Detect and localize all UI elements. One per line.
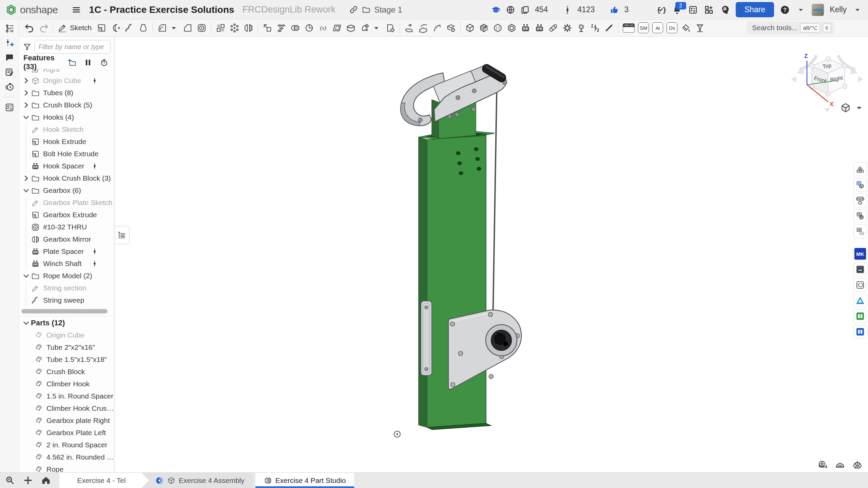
redo-button[interactable]: [37, 21, 51, 35]
search-tools[interactable]: Search tools... alt/⌥ c: [747, 21, 834, 34]
feature-row[interactable]: Gearbox Mirror: [19, 233, 114, 245]
suppress-pause-icon[interactable]: [83, 58, 93, 67]
paint-bucket-button[interactable]: [679, 21, 693, 35]
feature-row[interactable]: Hook Crush Block (3): [19, 172, 114, 184]
user-avatar[interactable]: [812, 4, 824, 16]
copies-icon[interactable]: [520, 5, 530, 15]
hole-table-button[interactable]: [853, 209, 867, 223]
chamfer-button[interactable]: [181, 21, 195, 35]
measure-tape-icon[interactable]: [817, 460, 828, 470]
drag-handle-icon[interactable]: [91, 161, 98, 171]
robot-part-button[interactable]: [519, 21, 533, 35]
mkcad-library-button[interactable]: MK: [853, 247, 867, 261]
variable-button[interactable]: (x): [316, 21, 330, 35]
part-row[interactable]: Origin Cube: [19, 329, 114, 341]
feature-row[interactable]: Plate Spacer: [19, 245, 114, 258]
protractor-icon[interactable]: [835, 460, 845, 470]
add-folder-icon[interactable]: [67, 58, 77, 67]
configurations-button[interactable]: [853, 194, 867, 207]
feature-row[interactable]: Hook Extrude: [19, 136, 114, 148]
3d-viewport[interactable]: Z X Top Front Right (x)MK: [114, 36, 868, 473]
feature-row[interactable]: Bolt Hole Extrude: [19, 148, 114, 160]
chevron-down-icon[interactable]: [22, 319, 30, 327]
bom-table-button[interactable]: [853, 178, 867, 191]
chevron-right-icon[interactable]: [22, 174, 30, 182]
sprocket-generator-button[interactable]: [574, 21, 588, 35]
feature-row[interactable]: Rope Model (2): [19, 270, 114, 282]
variables-table-button[interactable]: (x): [853, 225, 867, 238]
name-tag-button[interactable]: HELLO: [621, 21, 636, 35]
loft-button[interactable]: [136, 21, 150, 35]
design-badge-button[interactable]: Ds: [665, 21, 679, 35]
extrude-button[interactable]: [95, 21, 109, 35]
hollow-profile-button[interactable]: [505, 21, 519, 35]
insert-history-icon[interactable]: [4, 38, 15, 48]
appearance-panel-button[interactable]: [853, 162, 867, 176]
rotate-left-arrow[interactable]: [791, 76, 796, 82]
feature-script-icon[interactable]: {}: [656, 5, 666, 15]
horizontal-scrollbar[interactable]: [21, 309, 111, 313]
feature-row[interactable]: String sweep: [19, 294, 114, 306]
frame-button[interactable]: [463, 21, 477, 35]
comments-icon[interactable]: [4, 53, 15, 63]
chevron-down-icon[interactable]: [22, 272, 30, 280]
view-mode-selector[interactable]: [840, 102, 865, 114]
part-row[interactable]: Tube 2"x2"x16": [19, 341, 114, 353]
tab-exercise-4-part-studio[interactable]: Exercise 4 Part Studio: [255, 473, 354, 488]
notes-icon[interactable]: [4, 67, 15, 77]
face-blend-button[interactable]: [430, 21, 444, 35]
part-row[interactable]: Gearbox Plate Left: [19, 427, 114, 439]
help-caret-icon[interactable]: [796, 5, 806, 15]
triangle-app-button[interactable]: [853, 294, 867, 307]
like-icon[interactable]: [610, 5, 619, 15]
add-tab-icon[interactable]: [23, 475, 33, 486]
education-icon[interactable]: [491, 5, 501, 15]
linear-pattern-button[interactable]: [214, 21, 228, 35]
docs-green-button[interactable]: [853, 309, 867, 323]
sweep-button[interactable]: [122, 21, 136, 35]
belt-calculator-button[interactable]: [546, 21, 560, 35]
rollback-history-icon[interactable]: [99, 58, 109, 67]
link-icon[interactable]: [349, 5, 358, 14]
part-row[interactable]: Climber Hook: [19, 378, 114, 390]
sketch-button[interactable]: Sketch: [56, 21, 95, 35]
feature-row[interactable]: Gearbox Extrude: [19, 209, 114, 221]
delete-part-button[interactable]: [383, 21, 397, 35]
notifications-bell-icon[interactable]: 2: [672, 5, 682, 15]
feature-row[interactable]: #10-32 THRU: [19, 221, 114, 233]
robot-assembly-button[interactable]: [533, 21, 546, 35]
surface-button[interactable]: [344, 21, 358, 35]
gear-generator-button[interactable]: [560, 21, 574, 35]
chevron-right-icon[interactable]: [22, 89, 30, 97]
public-globe-icon[interactable]: [506, 5, 515, 15]
drag-handle-icon[interactable]: [91, 76, 98, 85]
feature-row[interactable]: Tubes (8): [19, 87, 114, 99]
feature-row[interactable]: Crush Block (5): [19, 99, 114, 111]
history-icon[interactable]: [4, 82, 15, 92]
sheet-metal-badge-button[interactable]: SM: [636, 21, 651, 35]
feature-row[interactable]: Right: [19, 69, 114, 75]
robot-library-button[interactable]: [853, 263, 867, 276]
part-row[interactable]: Crush Block: [19, 366, 114, 378]
panel-collapse-toggle[interactable]: [114, 226, 130, 244]
menu-icon[interactable]: [71, 4, 82, 15]
undo-button[interactable]: [23, 21, 37, 35]
home-icon[interactable]: [41, 475, 51, 486]
docs-blue-button[interactable]: [853, 325, 867, 339]
part-row[interactable]: Tube 1.5"x1.5"x18": [19, 353, 114, 366]
export-panel-button[interactable]: [853, 278, 867, 292]
origin-marker[interactable]: [394, 431, 400, 437]
checklist-icon[interactable]: [4, 102, 15, 113]
cut-list-button[interactable]: [477, 21, 491, 35]
model-scene[interactable]: [114, 36, 868, 473]
tasks-icon[interactable]: [688, 5, 698, 15]
fillet-button[interactable]: [155, 21, 181, 35]
chevron-right-icon[interactable]: [22, 77, 30, 85]
offset-surface-button[interactable]: [416, 21, 430, 35]
hole-button[interactable]: [195, 21, 209, 35]
split-button[interactable]: [302, 21, 316, 35]
document-structure-icon[interactable]: [4, 23, 15, 34]
parts-header-row[interactable]: Parts (12): [19, 317, 114, 329]
move-face-button[interactable]: [402, 21, 416, 35]
model-rope[interactable]: [493, 80, 497, 343]
